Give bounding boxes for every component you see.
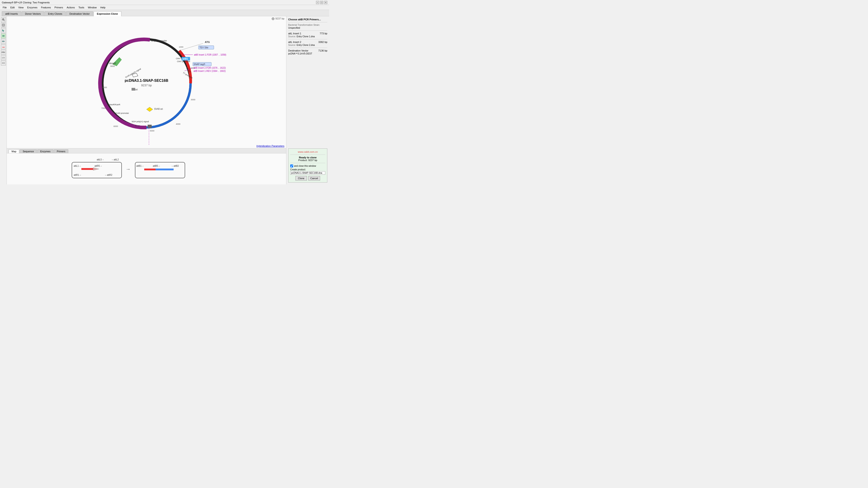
bottom-tab-sequence[interactable]: Sequence xyxy=(20,149,37,153)
right-bottom-divider xyxy=(290,155,325,155)
tab-donor-vectors[interactable]: Donor Vectors xyxy=(22,11,44,16)
main-content: Abc 123 9237 bp xyxy=(0,16,329,184)
center-area: 9237 bp xyxy=(7,16,286,184)
svg-rect-9 xyxy=(2,41,4,42)
menu-edit[interactable]: Edit xyxy=(8,6,17,9)
atg-label: ATG xyxy=(205,41,210,43)
menu-actions[interactable]: Actions xyxy=(65,6,76,9)
hybridization-link[interactable]: Hybridization Parameters xyxy=(256,144,285,147)
website-label: www.cabit.com.cn xyxy=(290,151,325,153)
right-panel: Choose attB PCR Primers... Bacterial Tra… xyxy=(286,16,329,184)
menu-primers[interactable]: Primers xyxy=(53,6,65,9)
feature-btn[interactable] xyxy=(1,39,6,44)
f1-ori-feature xyxy=(148,125,152,128)
menu-view[interactable]: View xyxy=(17,6,26,9)
bacterial-strain-row: Bacterial Transformation Strain: xyxy=(288,24,327,26)
ampr-label: AmpR xyxy=(109,62,116,65)
menu-tools[interactable]: Tools xyxy=(76,6,86,9)
close-btn[interactable]: × xyxy=(324,1,327,4)
mark-8000: 8000 xyxy=(102,86,107,89)
attl-insert2-source-label: Source: xyxy=(288,44,296,46)
attl-insert2-source-row: Source: Entry Clone 2.dna xyxy=(288,44,327,46)
bottom-content: attL5→ ←attL2 attL1→ attR5→ attR1→ xyxy=(7,153,286,184)
number-btn[interactable]: 123 xyxy=(1,55,6,60)
titlebar: Gateway® BP+LR Cloning: Two Fragments − … xyxy=(0,0,329,5)
right-top-section: Choose attB PCR Primers... Bacterial Tra… xyxy=(287,17,328,56)
mark-3000: 3000 xyxy=(191,98,195,101)
product-insert2-bar xyxy=(156,168,174,170)
attb-insert1-rev-label: attB Insert 1.REV (1564 .. 1602) xyxy=(193,70,225,72)
plasmid-bp-label: 9237 bp xyxy=(141,84,152,87)
cmv-promoter-label: CMV promoter xyxy=(177,60,190,63)
right-divider-3 xyxy=(288,39,327,39)
zoom-in-btn[interactable] xyxy=(1,17,6,22)
ori-label: ori xyxy=(135,88,138,91)
bottom-panel: Map Sequence Enzymes Primers attL5→ ←att… xyxy=(7,148,286,184)
select-btn[interactable] xyxy=(1,28,6,33)
attr2-arrow-label: ←attR2 xyxy=(105,174,112,176)
create-label-row: Create product: xyxy=(290,168,325,171)
arrow-right-icon: → xyxy=(126,166,131,172)
bottom-tab-bar: Map Sequence Enzymes Primers xyxy=(7,149,286,153)
tab-destination-vector[interactable]: Destination Vector xyxy=(66,11,93,16)
svg-marker-8 xyxy=(2,35,4,37)
sv40-promoter-label: SV40 promoter xyxy=(115,112,129,114)
menu-file[interactable]: File xyxy=(1,6,8,9)
bacterial-strain-label: Bacterial Transformation Strain: xyxy=(288,24,320,26)
sv40-ori-label: SV40 ori xyxy=(154,108,163,110)
ampr-promoter-label: AmpR promoter xyxy=(151,39,167,42)
snap-tag-label: SNAP-tag® xyxy=(193,63,205,66)
menu-features[interactable]: Features xyxy=(39,6,53,9)
fit-btn[interactable] xyxy=(1,23,6,28)
canvas-area[interactable]: 9237 bp xyxy=(7,16,286,148)
tab-entry-clones[interactable]: Entry Clones xyxy=(44,11,66,16)
right-bottom-section: www.cabit.com.cn Ready to clone Product:… xyxy=(288,149,327,183)
bottom-tab-enzymes[interactable]: Enzymes xyxy=(37,149,53,153)
menu-enzymes[interactable]: Enzymes xyxy=(25,6,39,9)
f1-ori-label: f1 ori xyxy=(135,125,140,127)
bottom-tab-map[interactable]: Map xyxy=(8,149,19,153)
attr1-arrow-label: attR1→ xyxy=(74,174,81,176)
bacterial-strain-value-row: Unspecified xyxy=(288,27,327,29)
menu-window[interactable]: Window xyxy=(86,6,98,9)
cancel-button[interactable]: Cancel xyxy=(308,176,320,181)
app-title: Gateway® BP+LR Cloning: Two Fragments xyxy=(2,1,50,4)
attl2-arrow-label: ←attL2 xyxy=(112,158,119,161)
cloning-diagram: attL5→ ←attL2 attL1→ attR5→ attR1→ xyxy=(70,156,223,183)
right-panel-title: Choose attB PCR Primers... xyxy=(288,18,327,21)
mark-6000: 6000 xyxy=(114,125,118,127)
menu-help[interactable]: Help xyxy=(98,6,107,9)
plasmid-name: pcDNA3.1-SNAP-SEC16B xyxy=(125,78,168,83)
product-insert1-bar xyxy=(144,168,156,170)
bottom-tab-primers[interactable]: Primers xyxy=(54,149,68,153)
neor-kanr-label: NeoR/KanR xyxy=(110,103,121,106)
plasmid-map: pcDNA3.1-SNAP-SEC16B 9237 bp AmpR promot… xyxy=(65,19,228,145)
insert1-bar xyxy=(81,168,93,170)
ruler-btn[interactable] xyxy=(1,61,6,66)
attl-insert1-label: attL Insert 1 xyxy=(288,32,301,35)
dest-vector-bp: 7136 bp xyxy=(318,49,327,52)
tab-attb-inserts[interactable]: attB Inserts xyxy=(2,11,21,16)
attb5-arrow-label: attB5→ xyxy=(153,165,160,167)
tab-expression-clone[interactable]: Expression Clone xyxy=(94,11,121,16)
attl-insert1-source: Entry Clone 1.dna xyxy=(297,35,315,38)
tab-bar: attB Inserts Donor Vectors Entry Clones … xyxy=(0,10,329,16)
attl1-arrow-label: attL1→ xyxy=(74,165,81,167)
text-btn[interactable]: Abc xyxy=(1,50,6,55)
minimize-btn[interactable]: − xyxy=(316,1,319,4)
close-window-checkbox[interactable] xyxy=(290,164,293,167)
svg-marker-12 xyxy=(4,47,5,48)
primer-btn[interactable] xyxy=(1,44,6,49)
maximize-btn[interactable]: □ xyxy=(320,1,323,4)
attl-insert2-source: Entry Clone 2.dna xyxy=(297,44,315,46)
ori-feature xyxy=(131,88,135,91)
arrow-btn[interactable] xyxy=(1,33,6,38)
attl5-arrow-label: attL5→ xyxy=(97,158,104,161)
bacterial-strain-value: Unspecified xyxy=(288,27,300,29)
create-filename-input[interactable]: pcDNA3.1-SNAP-SEC16B.dna xyxy=(290,171,325,175)
sv40-polya-label: SV40 poly(A) signal xyxy=(125,68,141,78)
clone-button[interactable]: Clone xyxy=(296,176,307,181)
attb-insert1-for-label: attB Insert 1.FOR (1007 .. 1058) xyxy=(194,54,226,56)
attl-insert1-source-label: Source: xyxy=(288,35,296,38)
mark-1000: 1000 xyxy=(179,46,183,48)
